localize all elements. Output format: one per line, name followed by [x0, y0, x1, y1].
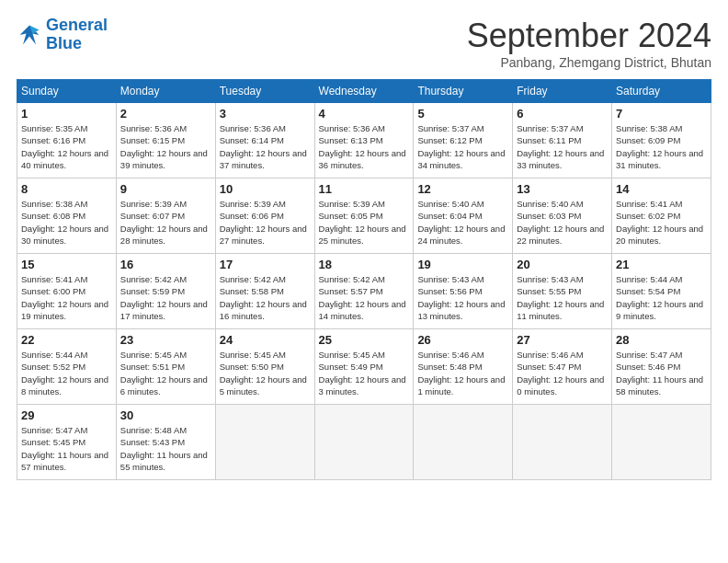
table-row [612, 405, 711, 480]
table-row [314, 405, 414, 480]
col-tuesday: Tuesday [215, 80, 314, 103]
day-info: Sunrise: 5:39 AMSunset: 6:05 PMDaylight:… [319, 198, 410, 247]
table-row: 21 Sunrise: 5:44 AMSunset: 5:54 PMDaylig… [612, 254, 711, 329]
day-number: 4 [319, 107, 410, 121]
day-number: 12 [417, 182, 508, 196]
day-number: 9 [120, 182, 211, 196]
col-saturday: Saturday [612, 80, 711, 103]
day-info: Sunrise: 5:44 AMSunset: 5:52 PMDaylight:… [21, 349, 112, 397]
day-info: Sunrise: 5:40 AMSunset: 6:04 PMDaylight:… [417, 198, 508, 247]
day-info: Sunrise: 5:37 AMSunset: 6:11 PMDaylight:… [517, 122, 608, 171]
table-row: 1 Sunrise: 5:35 AMSunset: 6:16 PMDayligh… [17, 103, 117, 178]
day-info: Sunrise: 5:42 AMSunset: 5:57 PMDaylight:… [319, 273, 410, 322]
day-number: 30 [120, 408, 211, 422]
svg-marker-0 [20, 25, 40, 44]
table-row: 8 Sunrise: 5:38 AMSunset: 6:08 PMDayligh… [17, 178, 117, 254]
day-number: 25 [319, 333, 410, 347]
day-info: Sunrise: 5:45 AMSunset: 5:51 PMDaylight:… [120, 349, 211, 397]
table-row: 30 Sunrise: 5:48 AMSunset: 5:43 PMDaylig… [116, 405, 215, 480]
day-number: 7 [616, 107, 707, 121]
table-row: 26 Sunrise: 5:46 AMSunset: 5:48 PMDaylig… [414, 329, 513, 405]
day-number: 16 [120, 258, 211, 271]
title-block: September 2024 Panbang, Zhemgang Distric… [467, 17, 711, 70]
table-row: 18 Sunrise: 5:42 AMSunset: 5:57 PMDaylig… [314, 254, 414, 329]
day-info: Sunrise: 5:45 AMSunset: 5:49 PMDaylight:… [319, 349, 410, 397]
calendar-week-row: 22 Sunrise: 5:44 AMSunset: 5:52 PMDaylig… [17, 329, 711, 405]
day-info: Sunrise: 5:42 AMSunset: 5:59 PMDaylight:… [120, 273, 211, 322]
day-info: Sunrise: 5:35 AMSunset: 6:16 PMDaylight:… [21, 122, 112, 171]
day-info: Sunrise: 5:36 AMSunset: 6:14 PMDaylight:… [220, 122, 311, 171]
table-row: 12 Sunrise: 5:40 AMSunset: 6:04 PMDaylig… [414, 178, 513, 254]
table-row: 4 Sunrise: 5:36 AMSunset: 6:13 PMDayligh… [314, 103, 414, 178]
day-number: 23 [120, 333, 211, 347]
day-info: Sunrise: 5:47 AMSunset: 5:45 PMDaylight:… [21, 424, 112, 473]
day-info: Sunrise: 5:46 AMSunset: 5:48 PMDaylight:… [417, 349, 508, 397]
table-row: 5 Sunrise: 5:37 AMSunset: 6:12 PMDayligh… [414, 103, 513, 178]
table-row: 24 Sunrise: 5:45 AMSunset: 5:50 PMDaylig… [215, 329, 314, 405]
table-row: 6 Sunrise: 5:37 AMSunset: 6:11 PMDayligh… [513, 103, 612, 178]
day-info: Sunrise: 5:43 AMSunset: 5:56 PMDaylight:… [417, 273, 508, 322]
day-info: Sunrise: 5:36 AMSunset: 6:15 PMDaylight:… [120, 122, 211, 171]
day-number: 22 [21, 333, 112, 347]
calendar-table: Sunday Monday Tuesday Wednesday Thursday… [17, 79, 711, 480]
day-number: 18 [319, 258, 410, 271]
day-info: Sunrise: 5:43 AMSunset: 5:55 PMDaylight:… [517, 273, 608, 322]
day-number: 19 [417, 258, 508, 271]
day-info: Sunrise: 5:48 AMSunset: 5:43 PMDaylight:… [120, 424, 211, 473]
calendar-header-row: Sunday Monday Tuesday Wednesday Thursday… [17, 80, 711, 103]
table-row: 29 Sunrise: 5:47 AMSunset: 5:45 PMDaylig… [17, 405, 117, 480]
day-number: 2 [120, 107, 211, 121]
day-number: 17 [220, 258, 311, 271]
table-row: 2 Sunrise: 5:36 AMSunset: 6:15 PMDayligh… [116, 103, 215, 178]
logo: General Blue [17, 17, 108, 53]
day-number: 20 [517, 258, 608, 271]
table-row: 27 Sunrise: 5:46 AMSunset: 5:47 PMDaylig… [513, 329, 612, 405]
table-row: 23 Sunrise: 5:45 AMSunset: 5:51 PMDaylig… [116, 329, 215, 405]
day-info: Sunrise: 5:38 AMSunset: 6:09 PMDaylight:… [616, 122, 707, 171]
day-number: 24 [220, 333, 311, 347]
table-row: 25 Sunrise: 5:45 AMSunset: 5:49 PMDaylig… [314, 329, 414, 405]
day-number: 1 [21, 107, 112, 121]
location-subtitle: Panbang, Zhemgang District, Bhutan [467, 55, 711, 70]
month-title: September 2024 [467, 17, 711, 55]
day-info: Sunrise: 5:44 AMSunset: 5:54 PMDaylight:… [616, 273, 707, 322]
calendar-week-row: 15 Sunrise: 5:41 AMSunset: 6:00 PMDaylig… [17, 254, 711, 329]
day-number: 13 [517, 182, 608, 196]
day-info: Sunrise: 5:41 AMSunset: 6:00 PMDaylight:… [21, 273, 112, 322]
table-row: 10 Sunrise: 5:39 AMSunset: 6:06 PMDaylig… [215, 178, 314, 254]
table-row: 9 Sunrise: 5:39 AMSunset: 6:07 PMDayligh… [116, 178, 215, 254]
table-row [215, 405, 314, 480]
table-row: 15 Sunrise: 5:41 AMSunset: 6:00 PMDaylig… [17, 254, 117, 329]
day-info: Sunrise: 5:47 AMSunset: 5:46 PMDaylight:… [616, 349, 707, 397]
day-info: Sunrise: 5:40 AMSunset: 6:03 PMDaylight:… [517, 198, 608, 247]
day-info: Sunrise: 5:46 AMSunset: 5:47 PMDaylight:… [517, 349, 608, 397]
table-row: 3 Sunrise: 5:36 AMSunset: 6:14 PMDayligh… [215, 103, 314, 178]
table-row: 19 Sunrise: 5:43 AMSunset: 5:56 PMDaylig… [414, 254, 513, 329]
day-number: 28 [616, 333, 707, 347]
table-row: 16 Sunrise: 5:42 AMSunset: 5:59 PMDaylig… [116, 254, 215, 329]
day-info: Sunrise: 5:39 AMSunset: 6:06 PMDaylight:… [220, 198, 311, 247]
table-row [414, 405, 513, 480]
day-number: 27 [517, 333, 608, 347]
table-row [513, 405, 612, 480]
calendar-week-row: 29 Sunrise: 5:47 AMSunset: 5:45 PMDaylig… [17, 405, 711, 480]
col-wednesday: Wednesday [314, 80, 414, 103]
day-info: Sunrise: 5:38 AMSunset: 6:08 PMDaylight:… [21, 198, 112, 247]
day-number: 15 [21, 258, 112, 271]
table-row: 13 Sunrise: 5:40 AMSunset: 6:03 PMDaylig… [513, 178, 612, 254]
day-number: 26 [417, 333, 508, 347]
day-number: 10 [220, 182, 311, 196]
table-row: 7 Sunrise: 5:38 AMSunset: 6:09 PMDayligh… [612, 103, 711, 178]
day-info: Sunrise: 5:39 AMSunset: 6:07 PMDaylight:… [120, 198, 211, 247]
page: General Blue September 2024 Panbang, Zhe… [0, 0, 728, 489]
col-thursday: Thursday [414, 80, 513, 103]
day-number: 14 [616, 182, 707, 196]
logo-icon [17, 22, 42, 48]
day-info: Sunrise: 5:42 AMSunset: 5:58 PMDaylight:… [220, 273, 311, 322]
table-row: 11 Sunrise: 5:39 AMSunset: 6:05 PMDaylig… [314, 178, 414, 254]
day-info: Sunrise: 5:36 AMSunset: 6:13 PMDaylight:… [319, 122, 410, 171]
day-info: Sunrise: 5:45 AMSunset: 5:50 PMDaylight:… [220, 349, 311, 397]
col-friday: Friday [513, 80, 612, 103]
day-number: 5 [417, 107, 508, 121]
table-row: 22 Sunrise: 5:44 AMSunset: 5:52 PMDaylig… [17, 329, 117, 405]
